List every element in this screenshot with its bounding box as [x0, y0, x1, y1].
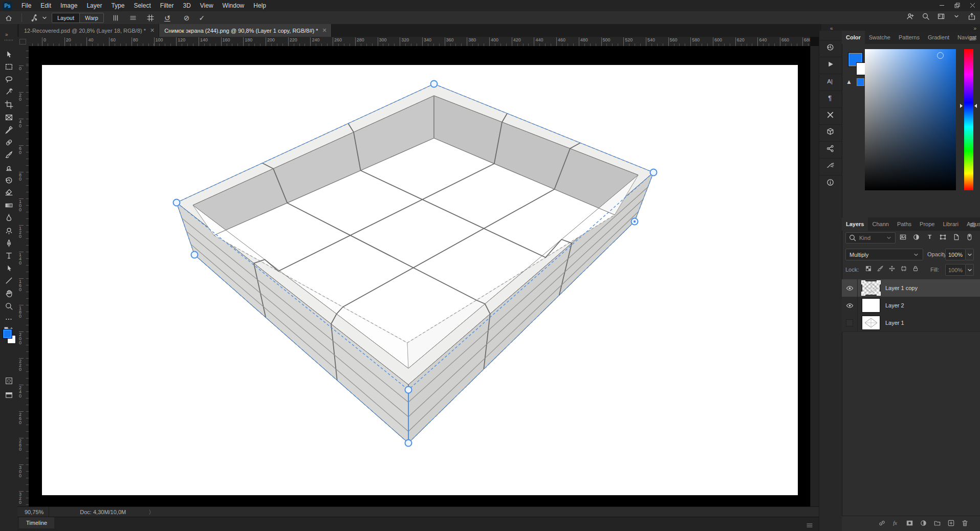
- menu-image[interactable]: Image: [56, 0, 82, 11]
- magic-wand-tool[interactable]: [0, 86, 17, 98]
- filter-toggle-icon[interactable]: [966, 233, 973, 241]
- hue-slider[interactable]: [964, 49, 973, 190]
- layer-thumbnail[interactable]: [862, 281, 880, 295]
- shape-layer-icon[interactable]: [939, 233, 947, 241]
- perspective-warp-icon[interactable]: [31, 14, 39, 22]
- character-panel-icon[interactable]: A|: [819, 74, 842, 87]
- menu-help[interactable]: Help: [249, 0, 271, 11]
- fx-icon[interactable]: fx: [892, 519, 900, 527]
- blend-mode-dropdown[interactable]: Multiply: [845, 249, 923, 260]
- brush-tool[interactable]: [0, 149, 17, 161]
- toolbar-grip[interactable]: [5, 39, 13, 41]
- lock-move-icon[interactable]: [888, 265, 896, 272]
- adjustment-layer-icon[interactable]: [912, 233, 920, 241]
- menu-type[interactable]: Type: [106, 0, 129, 11]
- tool-presets-panel-icon[interactable]: [819, 107, 842, 121]
- close-icon[interactable]: [965, 0, 980, 10]
- layer-thumbnail[interactable]: [862, 316, 880, 330]
- node-graph-panel-icon[interactable]: [819, 141, 842, 155]
- layer-filter-kind-dropdown[interactable]: Kind: [845, 232, 896, 244]
- workspace-icon[interactable]: [937, 12, 945, 20]
- new-layer-icon[interactable]: [947, 519, 955, 527]
- visibility-eye-icon[interactable]: [842, 279, 858, 297]
- adjustment-icon[interactable]: [920, 519, 927, 527]
- home-icon[interactable]: [5, 14, 13, 22]
- tab-chann[interactable]: Chann: [868, 217, 892, 231]
- document-tab[interactable]: 12-Recovered.psd @ 20,8% (Layer 18, RGB/…: [19, 24, 159, 37]
- tab-patterns[interactable]: Patterns: [895, 31, 924, 44]
- vertical-ruler[interactable]: 0204060801001201401601802002202402602803…: [17, 46, 29, 506]
- lasso-tool[interactable]: [0, 74, 17, 85]
- smudge-tool[interactable]: [0, 212, 17, 224]
- tab-prope[interactable]: Prope: [916, 217, 939, 231]
- frame-tool[interactable]: [0, 112, 17, 123]
- vertical-scrollbar[interactable]: [810, 46, 819, 506]
- reset-warp-icon[interactable]: ↺: [164, 14, 170, 22]
- document-tab[interactable]: Снимок экрана (244).png @ 90,8% (Layer 1…: [159, 24, 332, 37]
- layout-mode-button[interactable]: Layout: [52, 13, 80, 23]
- fill-value-field[interactable]: 100%: [945, 264, 966, 276]
- lock-all-icon[interactable]: [912, 265, 919, 272]
- tab-layers[interactable]: Layers: [842, 217, 868, 231]
- chevron-down-icon[interactable]: [40, 14, 49, 22]
- layers-panel-menu-icon[interactable]: [969, 221, 977, 229]
- menu-select[interactable]: Select: [129, 0, 155, 11]
- smart-object-icon[interactable]: [952, 233, 960, 241]
- menu-edit[interactable]: Edit: [36, 0, 56, 11]
- gamut-warning-icon[interactable]: ▲: [846, 78, 852, 85]
- chevron-down-icon[interactable]: [952, 12, 961, 20]
- eyedropper-tool[interactable]: [0, 124, 17, 136]
- pixel-layer-icon[interactable]: [899, 233, 907, 241]
- tab-librari[interactable]: Librari: [939, 217, 963, 231]
- commit-icon[interactable]: ✓: [199, 14, 205, 22]
- share-icon[interactable]: [968, 12, 976, 20]
- foreground-color-swatch[interactable]: [3, 329, 12, 339]
- layer-mask-icon[interactable]: [906, 519, 913, 527]
- paragraph-panel-icon[interactable]: ¶: [819, 91, 842, 104]
- saturation-brightness-field[interactable]: [865, 49, 956, 190]
- zoom-level-field[interactable]: 90,75%: [17, 507, 49, 517]
- type-tool[interactable]: [0, 250, 17, 261]
- play-actions-panel-icon[interactable]: [819, 57, 842, 71]
- ruler-origin[interactable]: [17, 37, 29, 47]
- collapse-toolbar-icon[interactable]: »: [5, 32, 8, 37]
- cancel-icon[interactable]: ⊘: [184, 14, 190, 22]
- layer-thumbnail[interactable]: [862, 298, 880, 313]
- opacity-value-field[interactable]: 100%: [945, 249, 966, 260]
- hand-tool[interactable]: [0, 287, 17, 299]
- info-panel-icon[interactable]: [819, 175, 842, 189]
- lock-artboard-icon[interactable]: [900, 265, 907, 272]
- layer-row[interactable]: Layer 1 copy: [842, 279, 980, 297]
- grid-icon[interactable]: [146, 14, 155, 22]
- canvas-area[interactable]: [29, 46, 810, 506]
- threed-panel-icon[interactable]: [819, 124, 842, 138]
- ellipsis-icon[interactable]: [0, 314, 17, 325]
- visibility-toggle-empty[interactable]: [842, 314, 858, 331]
- delete-icon[interactable]: [961, 519, 969, 527]
- brush-settings-panel-icon[interactable]: [819, 158, 842, 172]
- crop-tool[interactable]: [0, 99, 17, 110]
- link-icon[interactable]: [878, 519, 886, 527]
- screen-mode-icon[interactable]: [0, 389, 17, 401]
- lock-transparency-icon[interactable]: [865, 265, 872, 272]
- visibility-eye-icon[interactable]: [842, 297, 858, 314]
- tab-paths[interactable]: Paths: [893, 217, 916, 231]
- color-picker-cursor[interactable]: [937, 52, 944, 59]
- menu-3d[interactable]: 3D: [178, 0, 195, 11]
- tab-gradient[interactable]: Gradient: [924, 31, 953, 44]
- tab-color[interactable]: Color: [842, 31, 865, 44]
- eraser-tool[interactable]: [0, 187, 17, 198]
- color-panel-menu-icon[interactable]: [969, 34, 977, 42]
- search-icon[interactable]: [922, 12, 930, 20]
- hue-slider-thumb[interactable]: [960, 104, 963, 108]
- pen-tool[interactable]: [0, 237, 17, 249]
- shape-tool[interactable]: [0, 275, 17, 286]
- layer-row[interactable]: Layer 1: [842, 314, 980, 332]
- path-select-tool[interactable]: [0, 262, 17, 274]
- clone-stamp-tool[interactable]: [0, 162, 17, 173]
- gradient-tool[interactable]: [0, 200, 17, 211]
- spot-heal-tool[interactable]: [0, 137, 17, 148]
- minimize-icon[interactable]: [934, 0, 949, 10]
- timeline-tab[interactable]: Timeline: [19, 517, 54, 528]
- triple-vertical-lines-icon[interactable]: [112, 14, 120, 22]
